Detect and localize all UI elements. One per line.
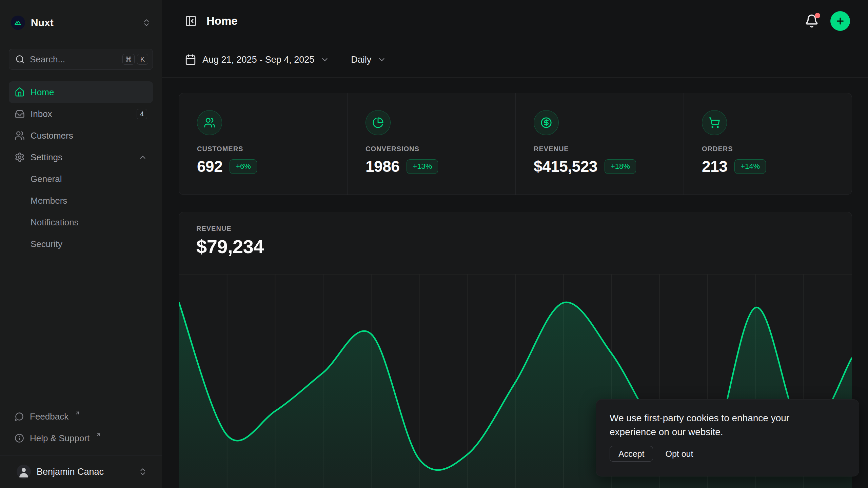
sidebar-item-customers[interactable]: Customers	[9, 125, 153, 146]
stat-value: 1986	[366, 157, 399, 176]
granularity-select[interactable]: Daily	[351, 55, 386, 65]
search-field[interactable]	[30, 54, 117, 65]
brand-name: Nuxt	[31, 17, 136, 28]
date-range-picker[interactable]: Aug 21, 2025 - Sep 4, 2025	[185, 54, 329, 65]
notifications-button[interactable]	[805, 14, 819, 28]
avatar	[17, 465, 31, 479]
users-icon	[197, 110, 222, 135]
external-link-icon	[96, 432, 101, 437]
stat-value: 213	[702, 157, 727, 176]
sidebar-item-general[interactable]: General	[9, 168, 153, 190]
user-menu[interactable]: Benjamin Canac	[0, 455, 162, 488]
chevron-down-icon	[377, 55, 386, 64]
help-support-label: Help & Support	[30, 433, 90, 444]
cart-icon	[702, 110, 727, 135]
stat-delta-badge: +14%	[734, 159, 766, 174]
sidebar-item-settings[interactable]: Settings	[9, 146, 153, 168]
stat-card-customers: CUSTOMERS 692 +6%	[179, 93, 347, 195]
chevron-down-icon	[320, 55, 329, 64]
sidebar-item-security[interactable]: Security	[9, 233, 153, 255]
sidebar-item-label: Settings	[31, 152, 62, 163]
sub-item-label: General	[31, 174, 62, 184]
stat-value: 692	[197, 157, 222, 176]
stat-card-revenue: REVENUE $415,523 +18%	[515, 93, 684, 195]
stats-row: CUSTOMERS 692 +6% CONVERSIONS 1986 +13% …	[179, 93, 852, 195]
chevron-up-icon	[138, 153, 147, 162]
stat-value: $415,523	[534, 157, 597, 176]
sidebar-item-notifications[interactable]: Notifications	[9, 211, 153, 233]
page-header: Home	[162, 0, 868, 42]
info-circle-icon	[15, 433, 24, 443]
inbox-count-badge: 4	[137, 109, 147, 119]
dollar-circle-icon	[534, 110, 559, 135]
search-icon	[15, 55, 25, 64]
sub-item-label: Members	[31, 196, 67, 206]
calendar-icon	[185, 54, 196, 65]
stat-label: CONVERSIONS	[366, 145, 515, 153]
sidebar: Nuxt ⌘ K Home	[0, 0, 162, 488]
feedback-label: Feedback	[30, 411, 68, 422]
feedback-link[interactable]: Feedback	[9, 406, 153, 427]
stat-delta-badge: +13%	[407, 159, 438, 174]
sidebar-item-label: Customers	[31, 130, 73, 141]
stat-delta-badge: +6%	[230, 159, 257, 174]
kbd-k: K	[137, 54, 148, 65]
stat-card-orders: ORDERS 213 +14%	[684, 93, 852, 195]
revenue-label: REVENUE	[196, 225, 852, 232]
sidebar-item-label: Home	[31, 87, 54, 98]
sidebar-item-inbox[interactable]: Inbox 4	[9, 103, 153, 125]
users-icon	[15, 130, 25, 141]
stat-label: CUSTOMERS	[197, 145, 347, 153]
cookie-banner: We use first-party cookies to enhance yo…	[596, 399, 859, 476]
stat-label: REVENUE	[534, 145, 684, 153]
stat-card-conversions: CONVERSIONS 1986 +13%	[347, 93, 515, 195]
sidebar-item-home[interactable]: Home	[9, 81, 153, 103]
opt-out-button[interactable]: Opt out	[663, 446, 695, 462]
chevrons-up-down-icon	[142, 18, 151, 27]
cookie-message: We use first-party cookies to enhance yo…	[610, 411, 820, 439]
sub-item-label: Security	[31, 239, 62, 249]
nuxt-logo-icon	[11, 16, 25, 30]
search-shortcut: ⌘ K	[122, 54, 148, 65]
pie-chart-icon	[366, 110, 391, 135]
date-range-value: Aug 21, 2025 - Sep 4, 2025	[202, 55, 314, 65]
chevrons-up-down-icon	[138, 467, 147, 476]
chat-bubble-icon	[15, 412, 24, 421]
home-icon	[15, 87, 25, 97]
sidebar-nav: Home Inbox 4 Customers Settings	[9, 81, 153, 255]
sidebar-item-label: Inbox	[31, 109, 52, 119]
collapse-sidebar-button[interactable]	[185, 15, 197, 27]
revenue-total: $79,234	[196, 236, 852, 258]
sub-item-label: Notifications	[31, 217, 79, 228]
external-link-icon	[75, 410, 80, 415]
stat-label: ORDERS	[702, 145, 852, 153]
user-name: Benjamin Canac	[37, 467, 133, 477]
toolbar: Aug 21, 2025 - Sep 4, 2025 Daily	[162, 42, 868, 78]
stat-delta-badge: +18%	[605, 159, 636, 174]
workspace-selector[interactable]: Nuxt	[9, 12, 153, 33]
gear-icon	[15, 152, 25, 162]
add-button[interactable]	[830, 11, 850, 31]
notification-dot	[815, 13, 820, 18]
granularity-value: Daily	[351, 55, 371, 65]
help-support-link[interactable]: Help & Support	[9, 427, 153, 449]
search-input[interactable]: ⌘ K	[9, 49, 153, 70]
sidebar-item-members[interactable]: Members	[9, 190, 153, 211]
inbox-icon	[15, 109, 25, 119]
accept-button[interactable]: Accept	[610, 446, 653, 462]
kbd-meta: ⌘	[122, 54, 135, 65]
page-title: Home	[206, 15, 238, 27]
